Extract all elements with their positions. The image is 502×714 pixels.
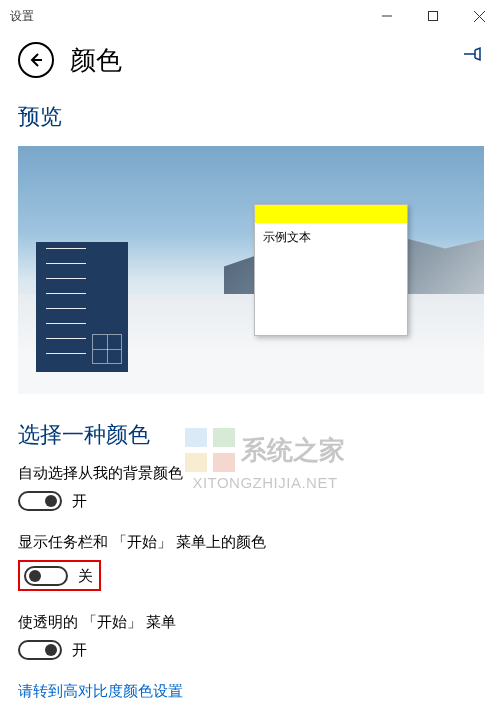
maximize-button[interactable] bbox=[410, 0, 456, 32]
taskbar-color-toggle[interactable] bbox=[24, 566, 68, 586]
close-button[interactable] bbox=[456, 0, 502, 32]
auto-pick-toggle[interactable] bbox=[18, 491, 62, 511]
titlebar: 设置 bbox=[0, 0, 502, 32]
pin-icon[interactable] bbox=[462, 46, 482, 65]
choose-color-heading: 选择一种颜色 bbox=[18, 420, 484, 450]
auto-pick-label: 自动选择从我的背景颜色 bbox=[18, 464, 484, 483]
taskbar-color-label: 显示任务栏和 「开始」 菜单上的颜色 bbox=[18, 533, 484, 552]
back-button[interactable] bbox=[18, 42, 54, 78]
auto-pick-state: 开 bbox=[72, 492, 87, 511]
taskbar-color-state: 关 bbox=[78, 567, 93, 586]
transparent-start-toggle[interactable] bbox=[18, 640, 62, 660]
window-title: 设置 bbox=[10, 8, 34, 25]
high-contrast-link[interactable]: 请转到高对比度颜色设置 bbox=[18, 682, 484, 701]
minimize-button[interactable] bbox=[364, 0, 410, 32]
svg-rect-1 bbox=[429, 12, 438, 21]
preview-heading: 预览 bbox=[18, 102, 484, 132]
preview-window: 示例文本 bbox=[254, 204, 408, 336]
page-header: 颜色 bbox=[0, 32, 502, 96]
preview-sample-text: 示例文本 bbox=[255, 223, 407, 252]
highlighted-setting: 关 bbox=[18, 560, 101, 591]
transparent-start-state: 开 bbox=[72, 641, 87, 660]
preview-start-menu bbox=[36, 242, 128, 372]
page-title: 颜色 bbox=[70, 43, 122, 78]
transparent-start-label: 使透明的 「开始」 菜单 bbox=[18, 613, 484, 632]
color-preview: 示例文本 bbox=[18, 146, 484, 394]
preview-window-titlebar bbox=[255, 205, 407, 223]
